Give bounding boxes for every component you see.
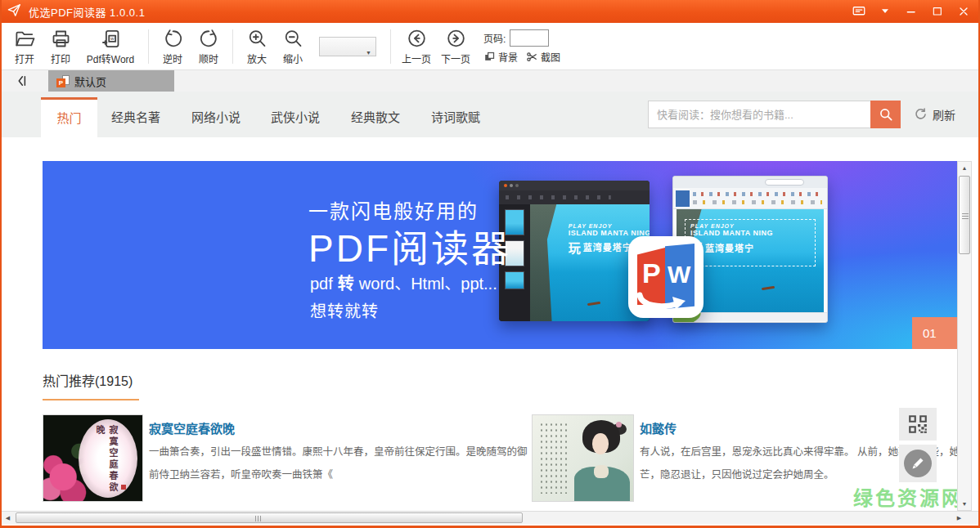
rotate-cw-button[interactable]: 顺时 (191, 25, 227, 68)
scroll-down-arrow[interactable]: ▼ (958, 498, 971, 510)
scroll-up-arrow[interactable]: ▲ (958, 162, 971, 174)
cover-calligraphy: 寂寞空庭春欲晚 (93, 425, 119, 501)
folder-open-icon (14, 28, 36, 50)
scroll-left-arrow[interactable]: ◀ (2, 512, 14, 524)
chevron-down-icon: ▼ (366, 44, 371, 62)
page-controls: 页码: 背景 截图 (483, 29, 560, 64)
zoom-level-select[interactable]: ▼ (319, 37, 376, 56)
search-icon (878, 106, 894, 123)
svg-text:w: w (109, 35, 114, 41)
banner-subtitle: pdf转word、Html、ppt... (310, 271, 497, 294)
promo-banner[interactable]: 一款闪电般好用的 PDF阅读器 pdf转word、Html、ppt... 想转就… (43, 161, 957, 349)
refresh-button[interactable]: 刷新 (913, 101, 955, 128)
prev-page-button[interactable]: 上一页 (397, 25, 436, 68)
menu-chevron-down-icon[interactable] (875, 2, 895, 20)
carousel-page-badge: 01 (912, 317, 957, 349)
qr-code-icon (907, 414, 928, 435)
search-button[interactable] (870, 101, 901, 128)
scroll-right-arrow[interactable]: ▶ (953, 512, 965, 524)
toolbar-separator (232, 29, 233, 64)
window-controls (849, 2, 973, 20)
window-title: 优选PDF阅读器 1.0.0.1 (29, 4, 145, 20)
book-cover[interactable]: 寂寞空庭春欲晚 (43, 414, 143, 502)
toolbar-separator (390, 29, 391, 64)
rotate-ccw-icon (162, 28, 184, 50)
arrow-left-circle-icon (406, 28, 428, 50)
vertical-scrollbar[interactable]: ▲ ▼ (957, 161, 972, 511)
nav-tab-classics[interactable]: 经典名著 (110, 97, 161, 137)
minimize-button[interactable] (901, 2, 921, 20)
nav-tab-hot[interactable]: 热门 (41, 97, 97, 137)
next-page-button[interactable]: 下一页 (436, 25, 475, 68)
section-heading-underline (43, 399, 139, 400)
pdf-to-word-icon: w (100, 28, 122, 50)
banner-pdf-app-window: PLAY ENJOY ISLAND MANTA NING 玩蓝湾曼塔宁 (499, 181, 650, 321)
maximize-button[interactable] (928, 2, 947, 20)
page-number-input[interactable] (510, 29, 549, 47)
section-heading: 热门推荐(1915) (43, 370, 133, 390)
scissors-icon (526, 51, 538, 63)
book-description: 一曲箫合奏，引出一段盛世情错。康熙十八年春，皇帝前往保定行围。是晚随驾的御前侍卫… (149, 441, 530, 486)
refresh-icon (913, 107, 928, 123)
category-nav-bar: 热门 经典名著 网络小说 武侠小说 经典散文 诗词歌赋 刷新 (2, 92, 978, 137)
app-window: 优选PDF阅读器 1.0.0.1 打开 打印 (0, 0, 980, 528)
close-button[interactable] (954, 2, 973, 20)
zoom-out-button[interactable]: 缩小 (275, 25, 311, 68)
zoom-in-button[interactable]: 放大 (239, 25, 275, 68)
nav-tab-essays[interactable]: 经典散文 (350, 97, 401, 137)
collapse-sidebar-button[interactable] (11, 72, 33, 90)
zoom-in-icon (246, 28, 268, 50)
open-button[interactable]: 打开 (7, 25, 43, 68)
app-logo-plane-icon (7, 2, 22, 21)
qr-code-button[interactable] (899, 408, 937, 441)
page-number-label: 页码: (483, 31, 506, 45)
pencil-icon (903, 449, 933, 478)
main-toolbar: 打开 打印 w Pdf转Word 逆时 顺时 放大 缩小 ▼ (2, 23, 978, 70)
print-button[interactable]: 打印 (43, 25, 79, 68)
banner-subtitle-2: 想转就转 (310, 298, 379, 322)
horizontal-scrollbar[interactable]: ◀ ▶ (2, 511, 978, 524)
search-input[interactable] (648, 101, 870, 128)
nav-tab-poetry[interactable]: 诗词歌赋 (430, 97, 481, 137)
horizontal-scrollbar-thumb[interactable] (16, 512, 523, 523)
title-bar: 优选PDF阅读器 1.0.0.1 (0, 0, 980, 23)
vertical-scrollbar-thumb[interactable] (959, 176, 970, 254)
nav-tab-web-novels[interactable]: 网络小说 (191, 97, 241, 137)
book-cover[interactable] (532, 414, 634, 502)
book-item[interactable]: 寂寞空庭春欲晚 寂寞空庭春欲晚 一曲箫合奏，引出一段盛世情错。康熙十八年春，皇帝… (43, 414, 527, 504)
background-button[interactable]: 背景 (483, 50, 518, 64)
pdf-to-word-button[interactable]: w Pdf转Word (79, 25, 142, 68)
document-tab-strip: P 默认页 (2, 70, 978, 92)
feedback-pencil-button[interactable] (899, 445, 937, 482)
screenshot-button[interactable]: 截图 (526, 50, 560, 64)
book-title[interactable]: 如懿传 (640, 419, 677, 436)
rotate-cw-icon (198, 28, 220, 50)
rotate-ccw-button[interactable]: 逆时 (155, 25, 191, 68)
document-icon: P (56, 75, 70, 87)
banner-title: PDF阅读器 (308, 218, 511, 272)
chevron-left-bar-icon (15, 74, 29, 88)
printer-icon (50, 28, 72, 50)
tab-default-page[interactable]: P 默认页 (48, 70, 174, 92)
toolbar-separator (148, 29, 149, 64)
arrow-right-circle-icon (445, 28, 467, 50)
layers-icon (483, 51, 496, 63)
zoom-out-icon (282, 28, 304, 50)
nav-tab-wuxia[interactable]: 武侠小说 (270, 97, 321, 137)
feedback-icon[interactable] (849, 2, 869, 20)
book-title[interactable]: 寂寞空庭春欲晚 (149, 419, 235, 436)
pdf-to-word-logo: P W (628, 236, 704, 318)
convert-arrow-icon (636, 292, 690, 313)
